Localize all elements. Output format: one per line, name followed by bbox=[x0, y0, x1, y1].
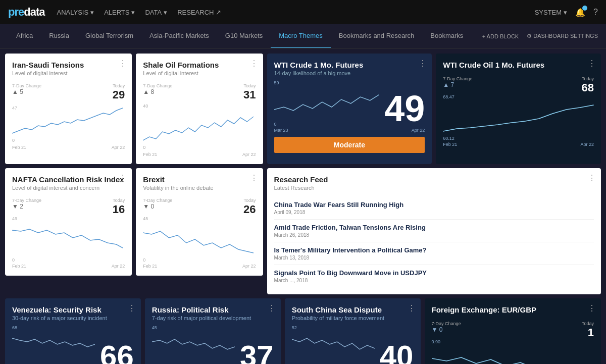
dashboard-settings-button[interactable]: ⚙ DASHBOARD SETTINGS bbox=[527, 33, 598, 39]
shale-change-label: 7-Day Change bbox=[143, 83, 172, 88]
nafta-today-value: 16 bbox=[113, 203, 125, 216]
notifications-button[interactable]: 🔔 1 bbox=[575, 8, 585, 17]
external-link-icon: ↗ bbox=[216, 9, 221, 16]
brexit-menu-button[interactable]: ⋮ bbox=[250, 173, 258, 183]
brexit-range-min: 0 bbox=[143, 257, 256, 263]
shale-change-value: ▲ 8 bbox=[143, 88, 172, 95]
russia-political-title: Russia: Political Risk bbox=[152, 305, 274, 314]
russia-chart bbox=[152, 334, 235, 364]
logo[interactable]: predata bbox=[8, 6, 45, 19]
nafta-subtitle: Level of digital interest and concern bbox=[12, 185, 125, 191]
venezuela-menu[interactable]: ⋮ bbox=[128, 303, 136, 313]
south-china-menu[interactable]: ⋮ bbox=[408, 303, 416, 313]
wti2-today-value: 68 bbox=[582, 81, 594, 94]
add-block-button[interactable]: + ADD BLOCK bbox=[482, 33, 519, 39]
forex-change-label: 7-Day Change bbox=[432, 321, 461, 326]
tab-g10-markets[interactable]: G10 Markets bbox=[217, 24, 271, 48]
wti-dark-title: WTI Crude 1 Mo. Futures bbox=[274, 61, 425, 69]
nafta-card: NAFTA Cancellation Risk Index Level of d… bbox=[5, 168, 132, 276]
wti2-chart-dates: Feb 21 Apr 22 bbox=[443, 142, 594, 147]
research-item-2-date: March 13, 2018 bbox=[274, 255, 594, 261]
forex-title: Foreign Exchange: EUR/GBP bbox=[432, 305, 594, 314]
wti-dark2-card: WTI Crude Oil 1 Mo. Futures 7-Day Change… bbox=[436, 54, 601, 164]
shale-subtitle: Level of digital interest bbox=[143, 70, 256, 76]
forex-range-max: 0.90 bbox=[432, 339, 594, 344]
wti-range-min: 0 bbox=[274, 122, 380, 127]
research-items: China Trade War Fears Still Running High… bbox=[274, 197, 594, 287]
nafta-title: NAFTA Cancellation Risk Index bbox=[12, 175, 125, 184]
wti-dark2-title: WTI Crude Oil 1 Mo. Futures bbox=[443, 61, 594, 69]
brexit-subtitle: Volatility in the online debate bbox=[143, 185, 256, 191]
wti-dark2-chart bbox=[443, 103, 594, 134]
venezuela-range-max: 68 bbox=[12, 325, 95, 330]
iran-menu-button[interactable]: ⋮ bbox=[119, 59, 127, 68]
brexit-change-value: ▼ 0 bbox=[143, 203, 172, 210]
nav-research[interactable]: RESEARCH ↗ bbox=[177, 9, 221, 16]
wti2-range-min: 60.12 bbox=[443, 136, 594, 141]
brexit-today-value: 26 bbox=[243, 203, 256, 216]
nafta-chart-dates: Feb 21 Apr 22 bbox=[12, 264, 125, 269]
shale-title: Shale Oil Formations bbox=[143, 61, 256, 69]
shale-range-min: 0 bbox=[143, 145, 256, 150]
nav-alerts[interactable]: ALERTS ▾ bbox=[104, 9, 135, 16]
research-feed-title: Research Feed bbox=[274, 175, 594, 184]
tab-macro-themes[interactable]: Macro Themes bbox=[271, 24, 330, 48]
nafta-range-min: 0 bbox=[12, 257, 125, 263]
wti-dark-menu[interactable]: ⋮ bbox=[419, 59, 427, 68]
wti-badge: Moderate bbox=[274, 137, 425, 153]
research-feed-card: Research Feed Latest Research China Trad… bbox=[267, 168, 601, 294]
nafta-menu-button[interactable]: ⋮ bbox=[119, 173, 127, 183]
chevron-down-icon: ▾ bbox=[164, 9, 167, 16]
south-china-subtitle: Probability of military force movement bbox=[292, 315, 414, 321]
research-feed-subtitle: Latest Research bbox=[274, 185, 594, 191]
iran-change-label: 7-Day Change bbox=[12, 83, 41, 88]
shale-menu-button[interactable]: ⋮ bbox=[250, 59, 258, 68]
chevron-down-icon: ▾ bbox=[564, 9, 567, 16]
russia-political-subtitle: 7-day risk of major political developmen… bbox=[152, 315, 274, 321]
nav-analysis[interactable]: ANALYSIS ▾ bbox=[57, 9, 94, 16]
nav-items: ANALYSIS ▾ ALERTS ▾ DATA ▾ RESEARCH ↗ bbox=[57, 9, 523, 16]
iran-saudi-title: Iran-Saudi Tensions bbox=[12, 61, 125, 69]
nafta-chart bbox=[12, 225, 125, 255]
venezuela-chart bbox=[12, 334, 95, 364]
nav-data[interactable]: DATA ▾ bbox=[145, 9, 167, 16]
tab-africa[interactable]: Africa bbox=[8, 24, 41, 48]
chevron-down-icon: ▾ bbox=[90, 9, 94, 16]
brexit-chart-dates: Feb 21 Apr 22 bbox=[143, 264, 256, 269]
nafta-change-label: 7-Day Change bbox=[12, 198, 41, 203]
iran-range-min: 0 bbox=[12, 138, 125, 143]
tab-global-terrorism[interactable]: Global Terrorism bbox=[77, 24, 141, 48]
wti-dark-big-number: 49 bbox=[384, 90, 425, 127]
tab-bookmarks[interactable]: Bookmarks bbox=[422, 24, 471, 48]
shale-chart-dates: Feb 21 Apr 22 bbox=[143, 152, 256, 157]
shale-today-value: 31 bbox=[243, 88, 256, 101]
tab-asia-pacific[interactable]: Asia-Pacific Markets bbox=[141, 24, 217, 48]
forex-menu[interactable]: ⋮ bbox=[588, 303, 596, 313]
shale-range-max: 40 bbox=[143, 103, 256, 109]
help-button[interactable]: ? bbox=[593, 8, 598, 17]
russia-range-max: 45 bbox=[152, 325, 235, 330]
venezuela-title: Venezuela: Security Risk bbox=[12, 305, 134, 314]
research-item-2[interactable]: Is Temer's Military Intervention a Polit… bbox=[274, 242, 594, 265]
russia-menu[interactable]: ⋮ bbox=[268, 303, 276, 313]
wti-dark-card: WTI Crude 1 Mo. Futures 14-day likelihoo… bbox=[267, 54, 432, 164]
iran-chart bbox=[12, 106, 125, 136]
system-menu[interactable]: SYSTEM ▾ bbox=[535, 9, 567, 16]
research-item-3[interactable]: Signals Point To Big Downward Move in US… bbox=[274, 265, 594, 287]
research-item-1[interactable]: Amid Trade Friction, Taiwan Tensions Are… bbox=[274, 220, 594, 242]
research-item-1-date: March 26, 2018 bbox=[274, 232, 594, 238]
research-menu-button[interactable]: ⋮ bbox=[588, 173, 596, 183]
forex-chart bbox=[432, 348, 594, 364]
tab-bookmarks-research[interactable]: Bookmarks and Research bbox=[331, 24, 423, 48]
brexit-title: Brexit bbox=[143, 175, 256, 184]
venezuela-card: Venezuela: Security Risk 30-day risk of … bbox=[5, 298, 141, 364]
forex-today-label: Today bbox=[582, 321, 594, 326]
research-item-0[interactable]: China Trade War Fears Still Running High… bbox=[274, 197, 594, 220]
research-item-0-title: China Trade War Fears Still Running High bbox=[274, 201, 594, 209]
wti-dark2-menu[interactable]: ⋮ bbox=[588, 59, 596, 68]
shale-chart bbox=[143, 113, 256, 143]
south-china-chart bbox=[292, 334, 375, 364]
venezuela-big-number: 66 bbox=[100, 341, 134, 364]
research-item-0-date: April 09, 2018 bbox=[274, 210, 594, 215]
tab-russia[interactable]: Russia bbox=[41, 24, 77, 48]
